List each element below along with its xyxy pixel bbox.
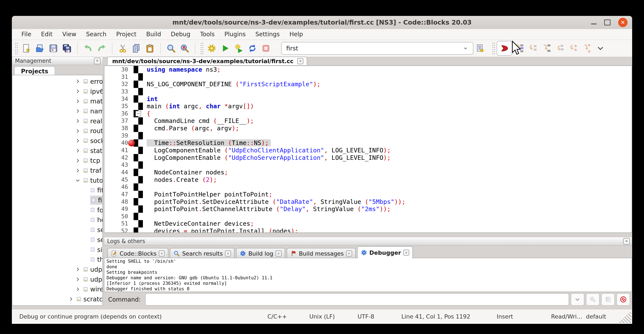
close-button[interactable]: ✕ bbox=[618, 18, 628, 27]
code-line-38[interactable]: 38 cmd.Parse (argc, argv); bbox=[104, 125, 632, 132]
line-number[interactable]: 32 bbox=[104, 81, 134, 88]
maximize-button[interactable] bbox=[604, 20, 610, 26]
tree-item-six[interactable]: six bbox=[12, 245, 102, 255]
line-number[interactable]: 34 bbox=[104, 95, 134, 103]
line-number[interactable]: 51 bbox=[104, 220, 134, 227]
chevron-down-icon[interactable] bbox=[75, 178, 80, 183]
chevron-right-icon[interactable] bbox=[75, 89, 80, 94]
tree-item-src[interactable]: src bbox=[12, 304, 102, 306]
chevron-right-icon[interactable] bbox=[75, 128, 80, 134]
tree-item-wire[interactable]: wire bbox=[12, 284, 102, 294]
menu-plugins[interactable]: Plugins bbox=[220, 29, 250, 40]
logs-tab-build-messages[interactable]: Build messages✕ bbox=[287, 248, 356, 258]
management-close-icon[interactable]: ✕ bbox=[94, 58, 100, 64]
chevron-right-icon[interactable] bbox=[75, 148, 80, 153]
step-into-button[interactable] bbox=[540, 41, 553, 55]
line-number[interactable]: 30 bbox=[104, 66, 134, 73]
tree-item-tuto[interactable]: tuto bbox=[12, 175, 102, 185]
tree-item-real[interactable]: real bbox=[12, 116, 102, 126]
line-number[interactable]: 52 bbox=[104, 227, 134, 233]
chevron-right-icon[interactable] bbox=[75, 118, 80, 124]
rebuild-button[interactable] bbox=[246, 41, 259, 55]
chevron-right-icon[interactable] bbox=[68, 296, 74, 302]
line-number[interactable]: 45 bbox=[104, 176, 134, 184]
logs-tab-search-results[interactable]: Search results✕ bbox=[170, 248, 234, 258]
new-file-button[interactable] bbox=[20, 41, 33, 55]
code-line-46[interactable]: 46 bbox=[104, 183, 632, 191]
code-line-43[interactable]: 43 bbox=[104, 161, 632, 169]
build-button[interactable] bbox=[205, 41, 218, 55]
code-line-37[interactable]: 37 CommandLine cmd (__FILE__); bbox=[104, 117, 632, 125]
symbols-browser-button[interactable] bbox=[473, 41, 487, 55]
line-number[interactable]: 43 bbox=[104, 161, 134, 169]
next-instruction-button[interactable] bbox=[566, 41, 580, 55]
code-line-49[interactable]: 49 pointToPoint.SetChannelAttribute ("De… bbox=[104, 205, 632, 213]
code-line-33[interactable]: 33 bbox=[104, 88, 632, 95]
line-number[interactable]: 47 bbox=[104, 191, 134, 198]
abort-button[interactable] bbox=[259, 41, 273, 55]
tree-item-se[interactable]: se bbox=[12, 225, 102, 235]
code-line-30[interactable]: 30using namespace ns3; bbox=[104, 66, 632, 73]
tree-item-fo[interactable]: fo bbox=[12, 205, 102, 215]
line-number[interactable]: 41 bbox=[104, 147, 134, 154]
chevron-right-icon[interactable] bbox=[75, 286, 80, 292]
next-line-button[interactable] bbox=[526, 41, 540, 55]
breakpoint-marker[interactable] bbox=[128, 140, 135, 146]
tree-item-traf[interactable]: traf bbox=[12, 166, 102, 175]
debugger-settings-button[interactable] bbox=[586, 293, 600, 305]
code-line-40[interactable]: 40 Time::SetResolution (Time::NS); bbox=[104, 139, 632, 147]
tree-item-tcp[interactable]: tcp bbox=[12, 156, 102, 166]
menu-project[interactable]: Project bbox=[111, 29, 142, 40]
menu-search[interactable]: Search bbox=[81, 29, 111, 40]
line-number[interactable]: 46 bbox=[104, 183, 134, 191]
tree-item-fif[interactable]: fif bbox=[12, 185, 102, 195]
code-line-39[interactable]: 39 bbox=[104, 132, 632, 139]
debug-toolbar-overflow-button[interactable] bbox=[594, 41, 607, 55]
code-line-31[interactable]: 31 bbox=[104, 73, 632, 81]
menu-debug[interactable]: Debug bbox=[166, 29, 195, 40]
save-all-button[interactable] bbox=[60, 41, 74, 55]
tab-close-icon[interactable]: ✕ bbox=[346, 250, 352, 256]
code-line-41[interactable]: 41 LogComponentEnable ("UdpEchoClientApp… bbox=[104, 147, 632, 154]
chevron-right-icon[interactable] bbox=[75, 267, 80, 272]
code-line-52[interactable]: 52 devices = pointToPoint.Install (nodes… bbox=[104, 227, 632, 233]
menu-help[interactable]: Help bbox=[284, 29, 308, 40]
tree-item-erro[interactable]: erro bbox=[12, 77, 102, 87]
line-number[interactable]: 35 bbox=[104, 103, 134, 110]
tree-item-nam[interactable]: nam bbox=[12, 106, 102, 116]
line-number[interactable]: 44 bbox=[104, 169, 134, 176]
line-number[interactable]: 49 bbox=[104, 205, 134, 213]
chevron-right-icon[interactable] bbox=[75, 138, 80, 143]
compiler-toolbar-grip[interactable] bbox=[200, 42, 204, 55]
code-line-44[interactable]: 44 NodeContainer nodes; bbox=[104, 169, 632, 176]
code-line-34[interactable]: 34int bbox=[104, 95, 632, 103]
line-number[interactable]: 38 bbox=[104, 125, 134, 132]
toolbar-grip[interactable] bbox=[15, 42, 18, 55]
run-button[interactable] bbox=[218, 41, 232, 55]
menu-tools[interactable]: Tools bbox=[195, 29, 220, 40]
tab-close-icon[interactable]: ✕ bbox=[225, 250, 231, 256]
build-and-run-button[interactable] bbox=[232, 41, 246, 55]
code-line-51[interactable]: 51 NetDeviceContainer devices; bbox=[104, 220, 632, 227]
fold-collapse-icon[interactable] bbox=[136, 111, 141, 116]
line-number[interactable]: 33 bbox=[104, 88, 134, 95]
step-out-button[interactable] bbox=[553, 41, 566, 55]
stop-debugger-button[interactable] bbox=[616, 293, 630, 305]
code-editor[interactable]: 30using namespace ns3;3132NS_LOG_COMPONE… bbox=[104, 66, 632, 233]
undo-button[interactable] bbox=[81, 41, 95, 55]
code-line-36[interactable]: 36{ bbox=[104, 110, 632, 117]
line-number[interactable]: 39 bbox=[104, 132, 134, 139]
debug-continue-button[interactable] bbox=[497, 41, 512, 56]
step-into-instruction-button[interactable] bbox=[580, 41, 594, 55]
chevron-right-icon[interactable] bbox=[75, 276, 80, 282]
command-history-dropdown[interactable] bbox=[571, 293, 584, 305]
code-line-47[interactable]: 47 PointToPointHelper pointToPoint; bbox=[104, 191, 632, 198]
line-number[interactable]: 31 bbox=[104, 73, 134, 81]
code-line-32[interactable]: 32NS_LOG_COMPONENT_DEFINE ("FirstScriptE… bbox=[104, 81, 632, 88]
chevron-right-icon[interactable] bbox=[75, 99, 80, 104]
menu-file[interactable]: File bbox=[16, 29, 36, 40]
tree-item-th[interactable]: th bbox=[12, 254, 102, 264]
editor-tab-first-cc[interactable]: mnt/dev/tools/source/ns-3-dev/examples/t… bbox=[107, 57, 307, 65]
menu-edit[interactable]: Edit bbox=[36, 29, 57, 40]
copy-button[interactable] bbox=[130, 41, 143, 55]
